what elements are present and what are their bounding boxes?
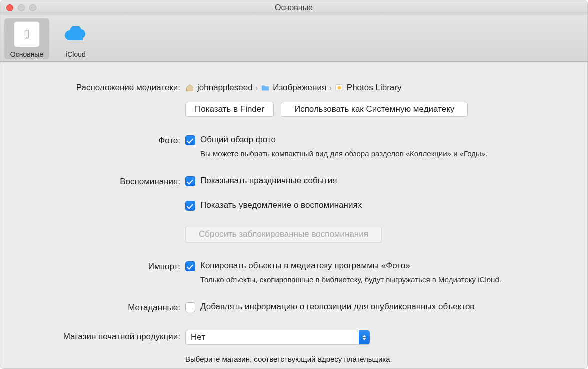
print-store-value: Нет <box>191 332 206 342</box>
svg-rect-1 <box>26 37 28 38</box>
close-button[interactable] <box>6 4 14 12</box>
breadcrumb-item: Изображения <box>273 83 326 93</box>
summarize-photos-desc: Вы можете выбрать компактный вид для обз… <box>200 150 568 158</box>
chevron-right-icon: › <box>256 84 258 92</box>
summarize-photos-label: Общий обзор фото <box>200 135 276 145</box>
print-store-select[interactable]: Нет <box>186 330 370 345</box>
holiday-events-label: Показывать праздничные события <box>200 176 337 186</box>
memories-notification-checkbox[interactable] <box>186 201 196 211</box>
chevron-right-icon: › <box>330 84 332 92</box>
preferences-window: Основные Основные iCloud Расположение ме… <box>0 0 588 369</box>
breadcrumb-item: johnappleseed <box>198 83 253 93</box>
icloud-icon <box>63 22 89 48</box>
folder-icon <box>261 84 270 92</box>
metadata-label: Метаданные: <box>20 301 186 313</box>
toolbar: Основные iCloud <box>0 16 588 62</box>
home-icon <box>186 84 194 92</box>
show-in-finder-button[interactable]: Показать в Finder <box>186 102 274 117</box>
breadcrumb-item: Photos Library <box>347 83 402 93</box>
photos-library-icon <box>335 84 344 92</box>
copy-to-library-label: Копировать объекты в медиатеку программы… <box>200 261 410 271</box>
library-path: johnappleseed › Изображения › Photos Lib… <box>186 81 568 93</box>
reset-blocked-memories-button: Сбросить заблокированные воспоминания <box>186 226 382 243</box>
library-label: Расположение медиатеки: <box>20 81 186 93</box>
summarize-photos-checkbox[interactable] <box>186 136 196 146</box>
print-store-label: Магазин печатной продукции: <box>20 330 186 342</box>
tab-general-label: Основные <box>10 50 44 58</box>
content-area: Расположение медиатеки: johnappleseed › … <box>0 62 588 368</box>
minimize-button[interactable] <box>18 4 25 12</box>
titlebar: Основные <box>0 0 588 16</box>
tab-icloud[interactable]: iCloud <box>54 18 98 60</box>
print-store-desc: Выберите магазин, соответствующий адресу… <box>186 355 568 364</box>
memories-notification-label: Показать уведомление о воспоминаниях <box>200 200 362 210</box>
tab-general[interactable]: Основные <box>4 18 50 60</box>
select-stepper-icon <box>359 330 370 344</box>
window-title: Основные <box>0 4 588 12</box>
general-icon <box>14 22 40 48</box>
include-location-checkbox[interactable] <box>186 302 196 312</box>
svg-point-3 <box>338 86 341 90</box>
use-as-system-library-button[interactable]: Использовать как Системную медиатеку <box>281 102 468 117</box>
zoom-button[interactable] <box>30 4 36 12</box>
photos-label: Фото: <box>20 134 186 146</box>
include-location-label: Добавлять информацию о геопозиции для оп… <box>200 302 474 312</box>
import-label: Импорт: <box>20 260 186 272</box>
tab-icloud-label: iCloud <box>66 50 86 58</box>
copy-to-library-checkbox[interactable] <box>186 262 196 272</box>
holiday-events-checkbox[interactable] <box>186 176 196 186</box>
copy-to-library-desc: Только объекты, скопированные в библиоте… <box>200 276 568 284</box>
traffic-lights <box>6 4 36 12</box>
memories-label: Воспоминания: <box>20 175 186 187</box>
